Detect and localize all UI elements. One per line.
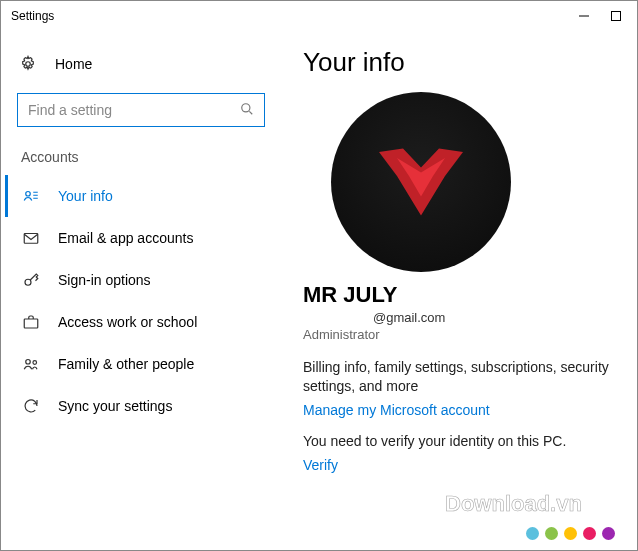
svg-rect-4 xyxy=(24,234,38,244)
main-panel: Your info MR JULY @gmail.com Administrat… xyxy=(281,31,637,550)
search-icon xyxy=(240,102,254,119)
key-icon xyxy=(22,271,40,289)
nav-label: Email & app accounts xyxy=(58,230,193,246)
search-box[interactable] xyxy=(17,93,265,127)
nav-access-work[interactable]: Access work or school xyxy=(5,301,277,343)
nav-email-accounts[interactable]: Email & app accounts xyxy=(5,217,277,259)
avatar xyxy=(331,92,511,272)
verify-link[interactable]: Verify xyxy=(303,457,338,473)
nav-label: Sync your settings xyxy=(58,398,172,414)
people-icon xyxy=(22,355,40,373)
nav-sync[interactable]: Sync your settings xyxy=(5,385,277,427)
sync-icon xyxy=(22,397,40,415)
sidebar: Home Accounts Your info Email & app acco… xyxy=(1,31,281,550)
briefcase-icon xyxy=(22,313,40,331)
dot-icon xyxy=(583,527,596,540)
user-role: Administrator xyxy=(303,327,615,342)
search-input[interactable] xyxy=(28,102,240,118)
nav-label: Sign-in options xyxy=(58,272,151,288)
titlebar: Settings xyxy=(1,1,637,31)
manage-account-link[interactable]: Manage my Microsoft account xyxy=(303,402,490,418)
maximize-button[interactable] xyxy=(609,9,623,23)
svg-point-1 xyxy=(26,62,31,67)
person-card-icon xyxy=(22,187,40,205)
user-name: MR JULY xyxy=(303,282,615,308)
page-title: Your info xyxy=(303,47,615,78)
verify-prompt: You need to verify your identity on this… xyxy=(303,432,615,451)
svg-point-3 xyxy=(26,192,31,197)
nav-your-info[interactable]: Your info xyxy=(5,175,277,217)
dot-icon xyxy=(545,527,558,540)
svg-point-2 xyxy=(242,103,250,111)
nav-signin-options[interactable]: Sign-in options xyxy=(5,259,277,301)
home-nav[interactable]: Home xyxy=(5,49,277,87)
window-controls xyxy=(577,9,629,23)
nav-label: Family & other people xyxy=(58,356,194,372)
svg-rect-0 xyxy=(612,12,621,21)
svg-rect-6 xyxy=(24,319,38,328)
nav-label: Access work or school xyxy=(58,314,197,330)
home-label: Home xyxy=(55,56,92,72)
svg-point-5 xyxy=(25,279,31,285)
mail-icon xyxy=(22,229,40,247)
dot-icon xyxy=(602,527,615,540)
dot-icon xyxy=(564,527,577,540)
minimize-button[interactable] xyxy=(577,9,591,23)
nav-label: Your info xyxy=(58,188,113,204)
dot-icon xyxy=(526,527,539,540)
svg-point-7 xyxy=(26,360,31,365)
svg-point-8 xyxy=(33,361,37,365)
window-title: Settings xyxy=(9,9,577,23)
user-email: @gmail.com xyxy=(303,310,615,325)
section-header: Accounts xyxy=(5,149,277,175)
gear-icon xyxy=(19,55,37,73)
nav-family[interactable]: Family & other people xyxy=(5,343,277,385)
decorative-dots xyxy=(526,527,615,540)
account-description: Billing info, family settings, subscript… xyxy=(303,358,615,396)
